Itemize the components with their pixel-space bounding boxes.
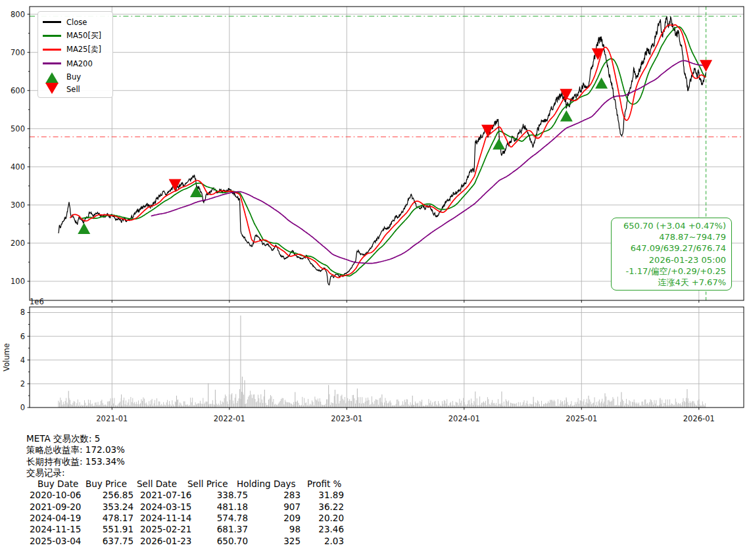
table-row: 2025-03-04 637.75 2026-01-23 650.70 325 … xyxy=(26,536,421,547)
volume-tick-label: 4 xyxy=(20,356,25,365)
legend-label: Buy xyxy=(66,72,81,82)
trade-cell: 478.17 xyxy=(84,513,133,524)
y-tick-label: 200 xyxy=(11,239,25,248)
col-sell-price: Sell Price xyxy=(187,478,228,490)
close-line xyxy=(59,16,706,285)
trade-cell: 325 xyxy=(248,536,301,547)
buy-triangle-icon xyxy=(45,72,59,83)
table-row: 2024-04-19 478.17 2024-11-14 574.78 209 … xyxy=(26,513,421,524)
trade-cell: 2020-10-06 xyxy=(30,490,81,501)
trade-cell: 98 xyxy=(248,524,301,535)
close-line-swatch xyxy=(43,21,61,23)
trade-cell: 681.37 xyxy=(199,524,248,535)
annotation-streak-line: 连涨4天 +7.67% xyxy=(617,277,726,288)
legend-label: MA200 xyxy=(66,59,93,68)
trade-cell: 2024-11-14 xyxy=(140,513,191,524)
buy-marker xyxy=(560,110,573,122)
gridlines xyxy=(30,7,744,408)
col-buy-date: Buy Date xyxy=(37,478,78,490)
trade-cell: 2.03 xyxy=(301,536,344,547)
legend-label: Close xyxy=(66,18,87,27)
ma25-line-swatch xyxy=(43,49,61,51)
volume-bars xyxy=(58,315,706,408)
volume-tick-label: 0 xyxy=(20,403,25,412)
trade-table-header: Buy Date Buy Price Sell Date Sell Price … xyxy=(26,478,421,490)
col-buy-price: Buy Price xyxy=(85,478,127,490)
volume-axis-title: Volume xyxy=(2,343,11,371)
col-sell-date: Sell Date xyxy=(137,478,177,490)
trade-cell: 2025-03-04 xyxy=(30,536,81,547)
x-tick-label: 2022-01 xyxy=(214,414,245,423)
trade-cell: 650.70 xyxy=(199,536,248,547)
legend-item-ma200: MA200 xyxy=(43,57,109,70)
volume-tick-label: 8 xyxy=(20,308,25,317)
trade-cell: 2024-03-15 xyxy=(140,502,191,513)
legend-item-ma50: MA50[买] xyxy=(43,29,109,43)
legend-item-sell: Sell xyxy=(43,83,109,95)
trade-cell: 283 xyxy=(248,490,301,501)
trade-cell: 551.91 xyxy=(84,524,133,535)
legend-item-buy: Buy xyxy=(43,70,109,83)
annotation-price-line: 650.70 (+3.04 +0.47%) xyxy=(617,220,726,231)
legend-item-close: Close xyxy=(43,15,109,29)
y-tick-label: 100 xyxy=(11,277,25,286)
y-tick-label: 400 xyxy=(11,162,25,172)
trade-cell: 31.89 xyxy=(301,490,344,501)
trade-cell: 23.46 xyxy=(301,524,344,535)
table-row: 2024-11-15 551.91 2025-02-21 681.37 98 2… xyxy=(26,524,421,535)
y-tick-label: 600 xyxy=(11,86,25,95)
annotation-bias-line: -1.17/偏空/+0.29/+0.25 xyxy=(617,266,726,277)
annotation-range-line: 478.87~794.79 xyxy=(617,231,726,243)
y-tick-label: 800 xyxy=(11,10,25,19)
volume-tick-label: 2 xyxy=(20,379,25,388)
axis-ticks xyxy=(28,14,699,410)
ma200-line-swatch xyxy=(43,62,61,64)
last-price-annotation: 650.70 (+3.04 +0.47%) 478.87~794.79 647.… xyxy=(611,218,732,291)
annotation-ma-line: 647.09/639.27/676.74 xyxy=(617,243,726,254)
trade-cell: 2021-09-20 xyxy=(30,502,81,513)
trade-cell: 2024-04-19 xyxy=(30,513,81,524)
strategy-figure: 100200300400500600700800024682021-012022… xyxy=(0,0,749,560)
trade-records-title: 交易记录: xyxy=(26,467,421,478)
col-profit: Profit % xyxy=(307,478,341,490)
trade-cell: 2021-07-16 xyxy=(140,490,191,501)
trade-cell: 256.85 xyxy=(84,490,133,501)
x-tick-label: 2023-01 xyxy=(331,414,362,423)
table-row: 2020-10-06 256.85 2021-07-16 338.75 283 … xyxy=(26,490,421,501)
trade-markers xyxy=(78,48,712,233)
volume-offset-label: 1e6 xyxy=(30,297,44,306)
annotation-datetime-line: 2026-01-23 05:00 xyxy=(617,254,726,266)
trade-cell: 574.78 xyxy=(199,513,248,524)
y-tick-label: 700 xyxy=(11,48,25,57)
trade-cell: 20.20 xyxy=(301,513,344,524)
buy-marker xyxy=(78,223,90,234)
trade-cell: 36.22 xyxy=(301,502,344,513)
x-tick-label: 2021-01 xyxy=(96,414,128,423)
trade-cell: 353.24 xyxy=(84,502,133,513)
legend-label: MA50[买] xyxy=(66,31,101,41)
trade-cell: 209 xyxy=(248,513,301,524)
table-row: 2021-09-20 353.24 2024-03-15 481.18 907 … xyxy=(26,502,421,513)
trade-cell: 907 xyxy=(248,502,301,513)
trade-cell: 2026-01-23 xyxy=(140,536,191,547)
x-tick-label: 2024-01 xyxy=(448,414,480,423)
trade-count-line: META 交易次数: 5 xyxy=(26,433,421,444)
trade-cell: 338.75 xyxy=(199,490,248,501)
trade-cell: 637.75 xyxy=(84,536,133,547)
y-tick-label: 300 xyxy=(11,200,25,210)
ma50-line-swatch xyxy=(43,35,61,37)
legend-item-ma25: MA25[卖] xyxy=(43,43,109,57)
trade-cell: 2025-02-21 xyxy=(140,524,191,535)
strategy-return-line: 策略总收益率: 172.03% xyxy=(26,444,421,455)
strategy-summary: META 交易次数: 5 策略总收益率: 172.03% 长期持有收益: 153… xyxy=(26,433,421,547)
chart-legend: Close MA50[买] MA25[卖] MA200 Buy Sell xyxy=(37,11,113,98)
sell-triangle-icon xyxy=(45,83,59,94)
trade-cell: 481.18 xyxy=(199,502,248,513)
volume-tick-label: 6 xyxy=(20,332,25,341)
y-tick-label: 500 xyxy=(11,124,25,133)
legend-label: MA25[卖] xyxy=(66,45,101,55)
hold-return-line: 长期持有收益: 153.34% xyxy=(26,456,421,467)
legend-label: Sell xyxy=(66,85,80,94)
axes-spine xyxy=(30,307,744,408)
trade-cell: 2024-11-15 xyxy=(30,524,81,535)
